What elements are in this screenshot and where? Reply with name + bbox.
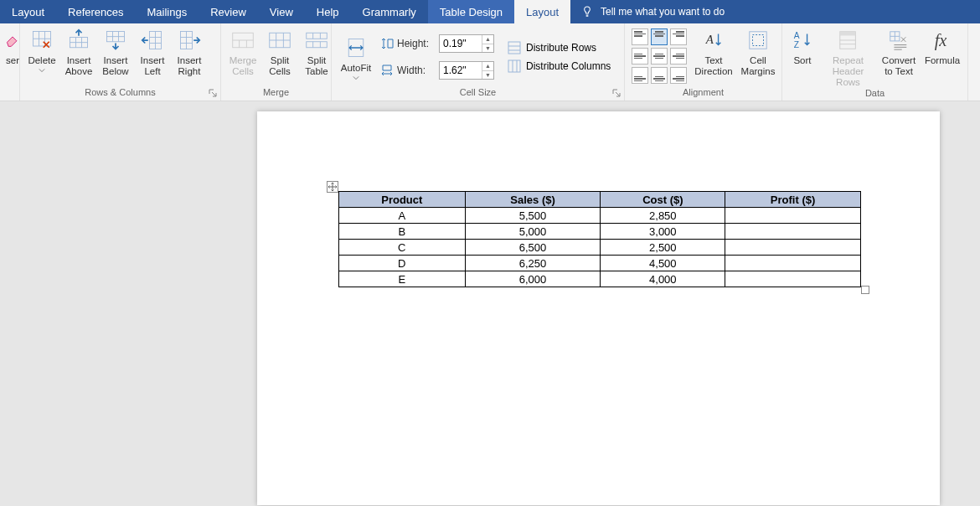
tell-me-label: Tell me what you want to do: [601, 6, 725, 18]
data-table[interactable]: Product Sales ($) Cost ($) Profit ($) A …: [338, 191, 861, 287]
cell-sales[interactable]: 5,500: [465, 208, 601, 224]
align-center-left[interactable]: [632, 48, 648, 65]
tab-help[interactable]: Help: [305, 0, 351, 23]
cell-cost[interactable]: 3,000: [601, 224, 725, 240]
cell-sales[interactable]: 6,500: [465, 240, 601, 256]
split-cells-button[interactable]: Split Cells: [261, 27, 298, 77]
insert-above-button[interactable]: Insert Above: [60, 27, 97, 77]
tab-layout-page[interactable]: Layout: [0, 0, 56, 23]
width-spin-up[interactable]: ▲: [482, 62, 493, 71]
cell-margins-button[interactable]: Cell Margins: [737, 27, 779, 77]
eraser-button[interactable]: ser: [3, 27, 22, 66]
repeat-header-rows-icon: [835, 27, 862, 54]
table-resize-handle[interactable]: [861, 286, 869, 294]
lightbulb-icon: [580, 5, 594, 18]
cell-profit[interactable]: [725, 208, 861, 224]
convert-to-text-label: Convert to Text: [882, 55, 916, 77]
align-bottom-right[interactable]: [670, 67, 687, 84]
autofit-button[interactable]: AutoFit: [335, 34, 377, 80]
tab-table-layout[interactable]: Layout: [514, 0, 570, 23]
cell-product[interactable]: D: [339, 256, 466, 271]
align-top-right[interactable]: [670, 28, 687, 45]
align-center-center[interactable]: [651, 48, 668, 65]
table-row[interactable]: B 5,000 3,000: [339, 224, 861, 240]
distribute-columns-label: Distribute Columns: [526, 60, 611, 72]
align-top-left[interactable]: [632, 28, 648, 45]
insert-left-icon: [139, 27, 166, 54]
split-cells-icon: [266, 27, 293, 54]
table-row[interactable]: D 6,250 4,500: [339, 256, 861, 271]
svg-rect-43: [753, 35, 764, 46]
document-canvas: Product Sales ($) Cost ($) Profit ($) A …: [0, 101, 980, 506]
height-input[interactable]: ▲▼: [439, 34, 494, 53]
width-spin-down[interactable]: ▼: [482, 71, 493, 80]
table-row[interactable]: A 5,500 2,850: [339, 208, 861, 224]
cell-cost[interactable]: 2,850: [601, 208, 725, 224]
cell-sales[interactable]: 6,250: [465, 256, 601, 271]
insert-right-label: Insert Right: [178, 55, 202, 77]
col-profit[interactable]: Profit ($): [725, 192, 861, 208]
svg-text:A: A: [705, 33, 714, 46]
tab-review[interactable]: Review: [199, 0, 258, 23]
tab-mailings[interactable]: Mailings: [136, 0, 199, 23]
tab-references[interactable]: References: [56, 0, 135, 23]
sort-icon: AZ: [789, 27, 816, 54]
col-product[interactable]: Product: [339, 192, 466, 208]
text-direction-label: Text Direction: [694, 55, 732, 77]
svg-text:fx: fx: [935, 31, 947, 50]
align-center-right[interactable]: [670, 48, 687, 65]
insert-below-button[interactable]: Insert Below: [97, 27, 134, 77]
cell-sales[interactable]: 5,000: [465, 224, 601, 240]
alignment-group-label: Alignment: [683, 87, 724, 97]
cell-sales[interactable]: 6,000: [465, 271, 601, 287]
cell-product[interactable]: C: [339, 240, 466, 256]
ribbon: ser Delete Insert Above: [0, 23, 980, 101]
distribute-rows-button[interactable]: Distribute Rows: [501, 39, 617, 56]
insert-above-label: Insert Above: [65, 55, 93, 77]
cell-product[interactable]: E: [339, 271, 466, 287]
insert-right-button[interactable]: Insert Right: [171, 27, 208, 77]
dialog-launcher-icon[interactable]: [209, 89, 217, 97]
formula-button[interactable]: fx Formula: [921, 27, 964, 66]
cell-profit[interactable]: [725, 224, 861, 240]
cell-cost[interactable]: 2,500: [601, 240, 725, 256]
svg-text:Z: Z: [794, 40, 799, 49]
text-direction-button[interactable]: A Text Direction: [690, 27, 737, 77]
col-cost[interactable]: Cost ($): [601, 192, 725, 208]
table-move-handle[interactable]: [327, 181, 338, 193]
height-spin-up[interactable]: ▲: [482, 35, 493, 44]
align-top-center[interactable]: [651, 28, 668, 45]
dialog-launcher-icon[interactable]: [612, 89, 621, 97]
cell-profit[interactable]: [725, 240, 861, 256]
width-field[interactable]: [440, 62, 482, 79]
cell-cost[interactable]: 4,500: [601, 256, 725, 271]
align-bottom-left[interactable]: [632, 67, 648, 84]
sort-button[interactable]: AZ Sort: [786, 27, 819, 66]
col-sales[interactable]: Sales ($): [465, 192, 601, 208]
cell-profit[interactable]: [725, 271, 861, 287]
cell-profit[interactable]: [725, 256, 861, 271]
tab-view[interactable]: View: [258, 0, 305, 23]
autofit-icon: [343, 34, 369, 61]
cell-cost[interactable]: 4,000: [601, 271, 725, 287]
cell-product[interactable]: B: [339, 224, 466, 240]
tab-table-design[interactable]: Table Design: [428, 0, 514, 23]
align-bottom-center[interactable]: [651, 67, 668, 84]
table-row[interactable]: C 6,500 2,500: [339, 240, 861, 256]
split-table-button[interactable]: Split Table: [298, 27, 335, 77]
distribute-columns-button[interactable]: Distribute Columns: [501, 58, 617, 75]
delete-button[interactable]: Delete: [23, 27, 60, 73]
cell-product[interactable]: A: [339, 208, 466, 224]
convert-to-text-button[interactable]: Convert to Text: [877, 27, 921, 77]
height-spin-down[interactable]: ▼: [482, 44, 493, 53]
tab-grammarly[interactable]: Grammarly: [351, 0, 428, 23]
data-group-label: Data: [865, 88, 885, 98]
table-header-row[interactable]: Product Sales ($) Cost ($) Profit ($): [339, 192, 861, 208]
alignment-grid: [628, 27, 690, 84]
height-field[interactable]: [440, 35, 482, 52]
tell-me-search[interactable]: Tell me what you want to do: [570, 0, 735, 23]
table-row[interactable]: E 6,000 4,000: [339, 271, 861, 287]
width-input[interactable]: ▲▼: [439, 61, 494, 80]
insert-left-button[interactable]: Insert Left: [134, 27, 171, 77]
insert-below-icon: [102, 27, 129, 54]
